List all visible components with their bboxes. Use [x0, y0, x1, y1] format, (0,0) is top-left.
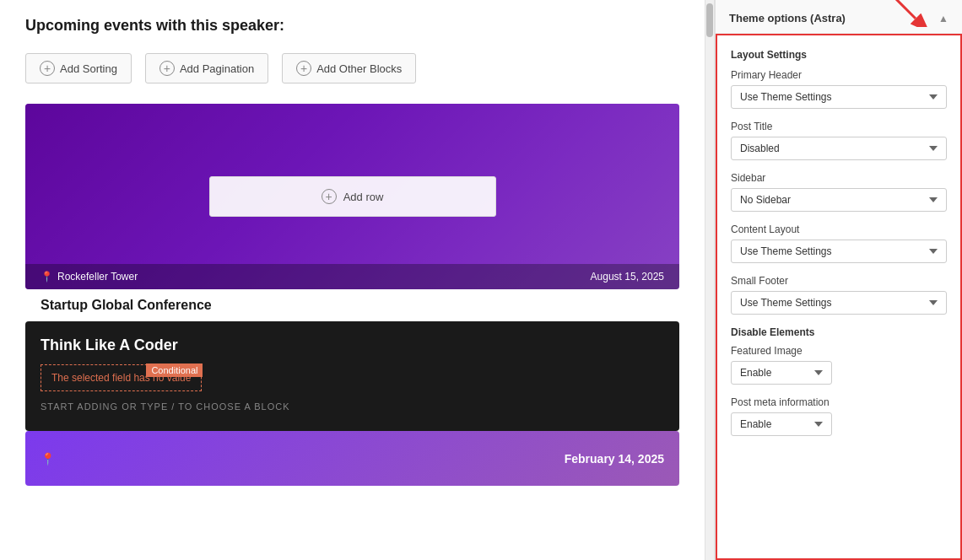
event-location: 📍 Rockefeller Tower: [41, 271, 138, 283]
small-footer-group: Small Footer Use Theme Settings Disabled…: [731, 275, 947, 315]
scrollbar[interactable]: [705, 0, 715, 560]
content-layout-group: Content Layout Use Theme Settings Normal…: [731, 223, 947, 263]
content-layout-select[interactable]: Use Theme Settings Normal Narrow Full Wi…: [731, 240, 947, 263]
add-row-overlay[interactable]: + Add row: [209, 176, 496, 217]
sidebar-label: Sidebar: [731, 172, 947, 184]
primary-header-label: Primary Header: [731, 69, 947, 81]
page-title: Upcoming events with this speaker:: [25, 17, 679, 35]
add-pagination-label: Add Pagination: [180, 62, 254, 75]
sidebar-group: Sidebar No Sidebar Default Left Sidebar …: [731, 172, 947, 212]
svg-line-1: [894, 0, 916, 19]
event3-date: February 14, 2025: [565, 452, 664, 466]
add-pagination-button[interactable]: + Add Pagination: [145, 53, 268, 83]
add-other-blocks-label: Add Other Blocks: [316, 62, 402, 75]
small-footer-select[interactable]: Use Theme Settings Disabled Enabled: [731, 291, 947, 315]
red-arrow-svg: [886, 0, 928, 27]
event-card-3: 📍 February 14, 2025: [25, 431, 679, 486]
sidebar-select[interactable]: No Sidebar Default Left Sidebar Right Si…: [731, 188, 947, 212]
event-date-text: August 15, 2025: [591, 271, 664, 283]
location-pin-icon-3: 📍: [41, 452, 55, 466]
add-other-blocks-button[interactable]: + Add Other Blocks: [282, 53, 416, 83]
primary-header-select[interactable]: Use Theme Settings Disabled Enabled: [731, 85, 947, 109]
add-row-plus-icon: +: [322, 189, 337, 204]
left-panel: Upcoming events with this speaker: + Add…: [0, 0, 705, 560]
plus-circle-icon: +: [296, 61, 311, 76]
post-meta-select[interactable]: Enable Disable: [731, 412, 832, 436]
event-title-bar: Startup Global Conference: [25, 289, 679, 321]
add-sorting-button[interactable]: + Add Sorting: [25, 53, 132, 83]
red-arrow-container: [886, 0, 928, 30]
featured-image-label: Featured Image: [731, 345, 947, 357]
collapse-arrow-icon[interactable]: ▲: [938, 13, 948, 24]
event2-title: Think Like A Coder: [41, 337, 664, 354]
post-meta-group: Post meta information Enable Disable: [731, 396, 947, 436]
disable-elements-label: Disable Elements: [731, 326, 947, 338]
event-location-text: Rockefeller Tower: [57, 271, 138, 283]
event-meta-bar: 📍 Rockefeller Tower August 15, 2025: [25, 264, 679, 289]
conditional-badge: Conditional: [146, 363, 203, 377]
event-card-bottom-hint: START ADDING OR TYPE / TO CHOOSE A BLOCK: [41, 401, 664, 412]
location-pin-icon: 📍: [41, 271, 53, 283]
arrow-wrapper: Theme options (Astra) ▲: [716, 0, 962, 34]
featured-image-select[interactable]: Enable Disable: [731, 361, 832, 385]
add-sorting-label: Add Sorting: [60, 62, 117, 75]
event-card-2: Think Like A Coder The selected field ha…: [25, 321, 679, 431]
event1-title: Startup Global Conference: [41, 298, 664, 313]
scrollbar-thumb[interactable]: [706, 3, 713, 37]
layout-settings-label: Layout Settings: [731, 49, 947, 61]
post-meta-label: Post meta information: [731, 396, 947, 408]
conditional-field: The selected field has no value Conditio…: [41, 364, 202, 391]
right-panel: Theme options (Astra) ▲ Layout Settings …: [715, 0, 962, 560]
featured-image-group: Featured Image Enable Disable: [731, 345, 947, 385]
plus-circle-icon: +: [40, 61, 55, 76]
content-layout-label: Content Layout: [731, 223, 947, 235]
post-title-group: Post Title Use Theme Settings Disabled E…: [731, 121, 947, 160]
settings-container: Layout Settings Primary Header Use Theme…: [716, 34, 962, 560]
small-footer-label: Small Footer: [731, 275, 947, 287]
add-row-label: Add row: [343, 191, 384, 203]
post-title-select[interactable]: Use Theme Settings Disabled Enabled: [731, 137, 947, 160]
post-title-label: Post Title: [731, 121, 947, 132]
theme-options-title: Theme options (Astra): [729, 12, 846, 24]
plus-circle-icon: +: [159, 61, 175, 76]
action-buttons-bar: + Add Sorting + Add Pagination + Add Oth…: [25, 53, 679, 83]
event-card-1: + Add row 📍 Rockefeller Tower August 15,…: [25, 104, 679, 289]
primary-header-group: Primary Header Use Theme Settings Disabl…: [731, 69, 947, 109]
